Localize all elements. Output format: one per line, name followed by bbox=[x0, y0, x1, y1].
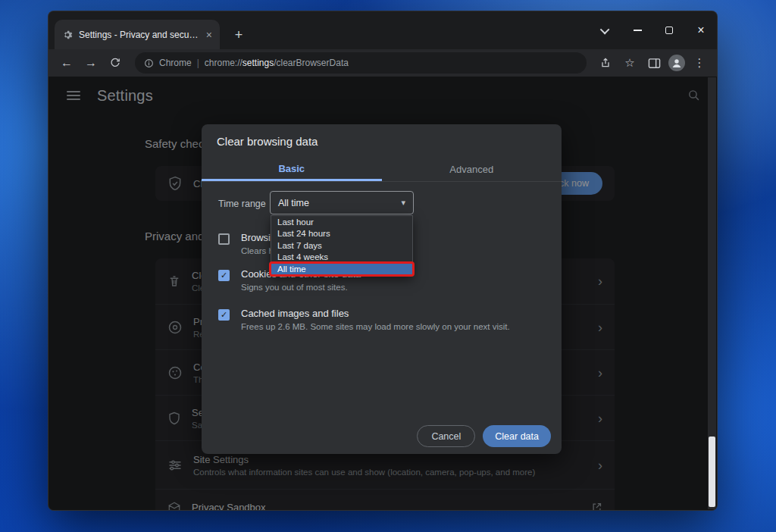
share-button[interactable] bbox=[596, 53, 615, 73]
red-highlight-annotation bbox=[269, 261, 415, 277]
forward-button[interactable]: → bbox=[80, 52, 102, 74]
dialog-tabs: Basic Advanced bbox=[202, 158, 562, 182]
option-last-24-hours[interactable]: Last 24 hours bbox=[271, 228, 412, 240]
page-scrollbar[interactable] bbox=[708, 77, 716, 509]
time-range-select[interactable]: All time ▾ bbox=[270, 191, 414, 214]
tab-settings[interactable]: Settings - Privacy and security × bbox=[55, 20, 220, 49]
browser-menu-button[interactable]: ⋮ bbox=[690, 53, 709, 73]
person-icon bbox=[671, 57, 683, 69]
option-last-4-weeks[interactable]: Last 4 weeks bbox=[271, 252, 412, 264]
time-range-value: All time bbox=[278, 198, 401, 208]
address-bar[interactable]: Chrome | chrome://settings/clearBrowserD… bbox=[135, 52, 587, 74]
tab-title: Settings - Privacy and security bbox=[79, 30, 200, 40]
checkbox-desc: Signs you out of most sites. bbox=[241, 283, 548, 292]
reload-icon bbox=[109, 57, 121, 69]
star-icon: ☆ bbox=[624, 56, 634, 70]
clear-data-button[interactable]: Clear data bbox=[483, 425, 551, 447]
dialog-actions: Cancel Clear data bbox=[417, 425, 551, 447]
new-tab-button[interactable]: + bbox=[229, 25, 249, 45]
time-range-dropdown-menu: Last hour Last 24 hours Last 7 days Last… bbox=[271, 215, 413, 276]
side-panel-icon bbox=[648, 58, 661, 69]
close-button[interactable]: × bbox=[685, 11, 717, 49]
tab-basic[interactable]: Basic bbox=[202, 158, 382, 181]
toolbar-actions: ☆ ⋮ bbox=[596, 53, 709, 73]
back-button[interactable]: ← bbox=[56, 52, 77, 74]
site-info-icon[interactable] bbox=[144, 58, 154, 68]
window-controls: × bbox=[590, 11, 717, 49]
scrollbar-thumb[interactable] bbox=[709, 437, 715, 507]
check-icon: ✓ bbox=[221, 311, 227, 319]
checkbox-row-cached-files: ✓ Cached images and files Frees up 2.6 M… bbox=[218, 308, 548, 331]
maximize-button[interactable] bbox=[653, 11, 685, 49]
desktop-wallpaper: Settings - Privacy and security × + × ← … bbox=[0, 0, 776, 532]
option-last-hour[interactable]: Last hour bbox=[271, 216, 412, 228]
browser-toolbar: ← → Chrome | chrome://settings/clearBrow… bbox=[48, 49, 717, 77]
cookies-checkbox[interactable]: ✓ bbox=[218, 270, 230, 281]
clear-browsing-data-dialog: Clear browsing data Basic Advanced Time … bbox=[202, 124, 562, 454]
side-panel-button[interactable] bbox=[644, 53, 664, 73]
close-icon: × bbox=[697, 24, 704, 36]
check-icon: ✓ bbox=[221, 271, 227, 280]
minimize-button[interactable] bbox=[621, 11, 653, 49]
tab-search-chevron-icon[interactable] bbox=[590, 11, 621, 49]
option-last-7-days[interactable]: Last 7 days bbox=[271, 239, 412, 252]
url-text: chrome://settings/clearBrowserData bbox=[205, 58, 349, 68]
settings-gear-favicon bbox=[62, 30, 73, 40]
reload-button[interactable] bbox=[105, 52, 126, 74]
browsing-history-checkbox[interactable] bbox=[218, 233, 230, 245]
cancel-button[interactable]: Cancel bbox=[417, 425, 475, 447]
option-all-time[interactable]: All time bbox=[271, 263, 412, 275]
tab-strip: Settings - Privacy and security × + × bbox=[48, 11, 717, 49]
url-site-label: Chrome bbox=[159, 58, 192, 68]
url-separator: | bbox=[197, 58, 199, 68]
tab-advanced[interactable]: Advanced bbox=[382, 158, 562, 181]
share-icon bbox=[599, 57, 612, 69]
bookmark-star-button[interactable]: ☆ bbox=[620, 53, 640, 73]
profile-avatar[interactable] bbox=[668, 55, 685, 71]
time-range-label: Time range bbox=[218, 199, 266, 209]
browser-window: Settings - Privacy and security × + × ← … bbox=[48, 11, 718, 511]
checkbox-desc: Frees up 2.6 MB. Some sites may load mor… bbox=[241, 322, 548, 331]
checkbox-label: Cached images and files bbox=[241, 308, 548, 319]
caret-down-icon: ▾ bbox=[401, 198, 405, 208]
cached-files-checkbox[interactable]: ✓ bbox=[218, 309, 230, 321]
dialog-title: Clear browsing data bbox=[217, 135, 318, 148]
tab-close-icon[interactable]: × bbox=[206, 30, 212, 40]
kebab-menu-icon: ⋮ bbox=[694, 56, 706, 70]
